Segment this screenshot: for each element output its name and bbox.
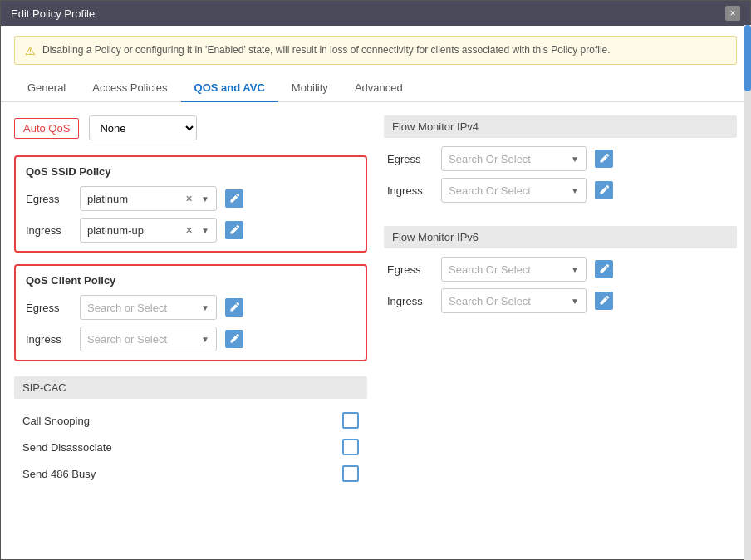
ipv4-ingress-label: Ingress [387,184,433,197]
ipv6-egress-placeholder: Search Or Select [449,263,531,276]
ssid-ingress-dropdown[interactable]: platinum-up ✕ ▼ [80,218,217,243]
qos-ssid-policy-title: QoS SSID Policy [26,165,356,178]
tab-general[interactable]: General [14,75,79,102]
client-egress-placeholder: Search or Select [87,302,167,314]
ipv6-ingress-placeholder: Search Or Select [449,295,531,307]
flow-monitor-ipv4-section: Flow Monitor IPv4 Egress Search Or Selec… [384,115,737,203]
ipv4-ingress-arrow: ▼ [571,186,579,195]
ssid-ingress-clear[interactable]: ✕ [185,225,193,236]
ipv4-egress-row: Egress Search Or Select ▼ [384,146,737,171]
send-486-busy-row: Send 486 Busy [14,460,367,487]
client-ingress-label: Ingress [26,333,71,346]
modal-title: Edit Policy Profile [11,7,95,20]
flow-monitor-ipv4-title: Flow Monitor IPv4 [384,115,737,138]
modal-body: Auto QoS None Voice Video QoS SSID Polic… [1,102,750,559]
send-disassociate-checkbox[interactable] [342,439,359,455]
client-egress-dropdown[interactable]: Search or Select ▼ [80,295,217,320]
client-egress-label: Egress [26,302,71,314]
ipv6-egress-label: Egress [387,263,433,276]
ssid-ingress-arrow: ▼ [201,226,209,235]
ssid-ingress-label: Ingress [26,224,71,237]
warning-text: Disabling a Policy or configuring it in … [42,43,611,57]
ssid-ingress-edit-button[interactable] [225,221,243,239]
ipv4-ingress-edit-button[interactable] [595,181,613,199]
ipv4-egress-edit-button[interactable] [595,150,613,168]
ipv4-egress-dropdown[interactable]: Search Or Select ▼ [441,146,587,171]
ipv4-egress-placeholder: Search Or Select [449,153,531,165]
ssid-ingress-value: platinum-up [87,224,144,237]
ipv4-ingress-placeholder: Search Or Select [449,184,531,197]
ipv6-egress-arrow: ▼ [571,265,579,274]
modal-header: Edit Policy Profile × [1,1,750,26]
ipv4-ingress-dropdown[interactable]: Search Or Select ▼ [441,178,587,203]
ipv6-ingress-label: Ingress [387,295,433,307]
ipv6-egress-edit-button[interactable] [595,260,613,278]
auto-qos-label: Auto QoS [14,118,79,139]
client-ingress-placeholder: Search or Select [87,333,167,346]
call-snooping-row: Call Snooping [14,407,367,434]
auto-qos-dropdown[interactable]: None Voice Video [89,115,197,140]
client-ingress-row: Ingress Search or Select ▼ [26,327,356,351]
ssid-egress-label: Egress [26,193,71,205]
tab-access-policies[interactable]: Access Policies [79,75,180,102]
scrollbar-thumb[interactable] [744,25,751,91]
ipv6-ingress-edit-button[interactable] [595,292,613,310]
call-snooping-label: Call Snooping [22,415,90,427]
ssid-egress-edit-button[interactable] [225,189,243,208]
tab-qos-avc[interactable]: QOS and AVC [181,75,278,102]
tabs-bar: General Access Policies QOS and AVC Mobi… [1,75,750,102]
send-486-busy-checkbox[interactable] [342,465,359,482]
client-egress-edit-button[interactable] [225,298,243,317]
warning-icon: ⚠ [25,44,36,57]
call-snooping-checkbox[interactable] [342,412,359,429]
client-ingress-dropdown[interactable]: Search or Select ▼ [80,327,217,351]
tab-advanced[interactable]: Advanced [341,75,416,102]
send-disassociate-row: Send Disassociate [14,434,367,460]
ssid-egress-clear[interactable]: ✕ [185,194,193,204]
ipv4-egress-arrow: ▼ [571,155,579,164]
ipv4-egress-label: Egress [387,153,433,165]
modal-close-button[interactable]: × [725,6,740,21]
ipv6-ingress-row: Ingress Search Or Select ▼ [384,288,737,313]
left-column: Auto QoS None Voice Video QoS SSID Polic… [14,115,367,546]
qos-client-policy-title: QoS Client Policy [26,274,356,287]
ipv6-egress-row: Egress Search Or Select ▼ [384,257,737,282]
ssid-egress-value: platinum [87,193,128,205]
ipv6-egress-dropdown[interactable]: Search Or Select ▼ [441,257,587,282]
ssid-egress-row: Egress platinum ✕ ▼ [26,186,356,211]
ssid-egress-arrow: ▼ [201,194,209,204]
client-egress-arrow: ▼ [201,303,209,312]
ipv6-ingress-arrow: ▼ [571,297,579,306]
qos-ssid-policy-section: QoS SSID Policy Egress platinum ✕ ▼ [14,155,367,253]
warning-banner: ⚠ Disabling a Policy or configuring it i… [14,36,737,65]
client-egress-row: Egress Search or Select ▼ [26,295,356,320]
ipv4-ingress-row: Ingress Search Or Select ▼ [384,178,737,203]
ssid-ingress-row: Ingress platinum-up ✕ ▼ [26,218,356,243]
client-ingress-arrow: ▼ [201,335,209,344]
scrollbar-track[interactable] [744,25,751,560]
ssid-egress-dropdown[interactable]: platinum ✕ ▼ [80,186,217,211]
client-ingress-edit-button[interactable] [225,330,243,348]
sip-cac-title: SIP-CAC [14,376,367,399]
auto-qos-row: Auto QoS None Voice Video [14,115,367,140]
send-disassociate-label: Send Disassociate [22,441,112,454]
right-column: Flow Monitor IPv4 Egress Search Or Selec… [384,115,737,546]
flow-monitor-ipv6-title: Flow Monitor IPv6 [384,226,737,248]
flow-monitor-ipv6-section: Flow Monitor IPv6 Egress Search Or Selec… [384,226,737,313]
send-486-busy-label: Send 486 Busy [22,468,96,480]
sip-cac-section: SIP-CAC Call Snooping Send Disassociate … [14,376,367,487]
qos-client-policy-section: QoS Client Policy Egress Search or Selec… [14,264,367,361]
ipv6-ingress-dropdown[interactable]: Search Or Select ▼ [441,288,587,313]
tab-mobility[interactable]: Mobility [278,75,341,102]
